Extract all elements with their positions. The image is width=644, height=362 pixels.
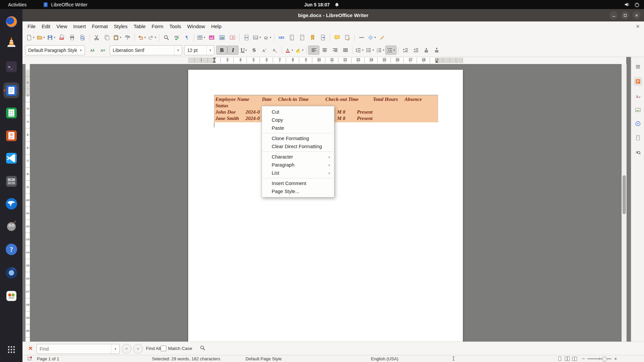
clone-formatting-button[interactable] xyxy=(122,33,133,42)
paragraph-space-decrease-button[interactable] xyxy=(431,46,442,55)
match-case-label[interactable]: Match Case xyxy=(168,346,192,351)
text-cursor-icon[interactable] xyxy=(451,356,456,362)
find-all-button[interactable]: Find All xyxy=(146,346,161,351)
vlc-icon[interactable] xyxy=(3,34,19,50)
properties-button[interactable] xyxy=(634,77,642,86)
menu-insert[interactable]: Insert xyxy=(70,22,89,30)
context-menu-item-character[interactable]: Character xyxy=(262,153,334,161)
title-bar[interactable]: bige.docx - LibreOffice Writer xyxy=(22,9,644,21)
underline-button[interactable]: U xyxy=(238,46,249,55)
insert-field-button[interactable]: F(x) xyxy=(252,33,262,42)
close-find-bar-button[interactable]: × xyxy=(29,345,33,352)
menu-edit[interactable]: Edit xyxy=(39,22,53,30)
minimize-button[interactable] xyxy=(609,11,618,19)
font-name-combobox[interactable]: Liberation Serif xyxy=(110,45,182,55)
formatting-marks-button[interactable]: ¶ xyxy=(182,33,192,42)
insert-hyperlink-button[interactable] xyxy=(276,33,286,42)
ordered-list-button[interactable]: 123 xyxy=(375,46,385,55)
open-button[interactable] xyxy=(36,33,46,42)
find-next-button[interactable] xyxy=(133,344,143,354)
word-count-status[interactable]: Selected: 29 words, 182 characters xyxy=(152,356,220,361)
libreoffice-impress-icon[interactable] xyxy=(3,128,19,143)
italic-button[interactable]: I xyxy=(227,46,238,55)
context-menu-item-clear-direct-formatting[interactable]: Clear Direct Formatting xyxy=(262,142,334,150)
match-case-checkbox[interactable] xyxy=(161,346,166,351)
style-inspector-button[interactable]: A xyxy=(634,148,642,157)
menu-file[interactable]: File xyxy=(24,22,39,30)
show-apps-icon[interactable] xyxy=(3,342,19,357)
print-preview-button[interactable] xyxy=(77,33,88,42)
menu-format[interactable]: Format xyxy=(89,22,111,30)
vertical-ruler[interactable]: 1234567891011121314151617181920 xyxy=(25,64,30,342)
insert-image-button[interactable] xyxy=(206,33,217,42)
software-store-icon[interactable] xyxy=(3,288,19,304)
menu-tools[interactable]: Tools xyxy=(166,22,184,30)
system-tray[interactable] xyxy=(624,2,640,8)
superscript-button[interactable]: Ab xyxy=(259,46,270,55)
insert-endnote-button[interactable]: i xyxy=(297,33,307,42)
search-input[interactable] xyxy=(37,344,111,354)
find-and-replace-button[interactable] xyxy=(200,345,206,352)
insert-footnote-button[interactable]: 1 xyxy=(286,33,297,42)
sidebar-settings-button[interactable] xyxy=(634,62,642,71)
insert-bookmark-button[interactable] xyxy=(307,33,318,42)
new-style-button[interactable]: A xyxy=(97,46,108,55)
outline-list-button[interactable] xyxy=(385,46,396,55)
menu-styles[interactable]: Styles xyxy=(111,22,130,30)
insert-textbox-button[interactable]: A xyxy=(227,33,237,42)
context-menu-item-clone-formatting[interactable]: Clone Formatting xyxy=(262,134,334,142)
horizontal-line-button[interactable] xyxy=(356,33,367,42)
cut-button[interactable] xyxy=(91,33,102,42)
strikethrough-button[interactable]: S xyxy=(249,46,259,55)
single-page-view-icon[interactable] xyxy=(557,356,562,362)
paragraph-style-combobox[interactable]: Default Paragraph Style xyxy=(25,45,85,55)
close-document-button[interactable] xyxy=(635,23,641,29)
highlight-color-button[interactable] xyxy=(294,46,305,55)
zoom-out-icon[interactable]: − xyxy=(582,356,585,361)
context-menu-item-insert-comment[interactable]: Insert Comment xyxy=(262,179,334,187)
new-document-button[interactable] xyxy=(25,33,36,42)
align-justify-button[interactable] xyxy=(340,46,351,55)
book-view-icon[interactable] xyxy=(572,356,577,362)
font-size-combobox[interactable]: 12 pt xyxy=(184,45,214,55)
help-icon[interactable]: ? xyxy=(3,241,19,257)
show-draw-functions-button[interactable] xyxy=(377,33,387,42)
line-spacing-button[interactable] xyxy=(354,46,365,55)
files-icon[interactable] xyxy=(3,173,19,189)
language-status[interactable]: English (USA) xyxy=(371,356,398,361)
copy-button[interactable] xyxy=(102,33,112,42)
increase-indent-button[interactable] xyxy=(400,46,411,55)
menu-form[interactable]: Form xyxy=(149,22,166,30)
insert-chart-button[interactable] xyxy=(217,33,227,42)
align-left-button[interactable] xyxy=(308,46,319,55)
firefox-icon[interactable] xyxy=(3,14,19,29)
chevron-down-icon[interactable] xyxy=(77,46,85,55)
update-style-button[interactable]: A xyxy=(87,46,97,55)
page-button[interactable] xyxy=(634,133,642,142)
zoom-in-icon[interactable]: + xyxy=(614,356,617,361)
context-menu-item-copy[interactable]: Copy xyxy=(262,116,334,124)
multi-page-view-icon[interactable] xyxy=(565,356,570,362)
thunderbird-icon[interactable] xyxy=(3,196,19,212)
styles-button[interactable]: A xyxy=(634,92,642,101)
context-menu-item-paragraph[interactable]: Paragraph xyxy=(262,161,334,169)
focused-app-indicator[interactable]: LibreOffice Writer xyxy=(43,2,87,8)
align-center-button[interactable] xyxy=(319,46,330,55)
gimp-icon[interactable] xyxy=(3,218,19,234)
gallery-button[interactable] xyxy=(634,106,642,114)
context-menu-item-paste[interactable]: Paste xyxy=(262,124,334,132)
indent-marker[interactable] xyxy=(435,60,438,63)
save-button[interactable] xyxy=(46,33,56,42)
context-menu-item-page-style[interactable]: Page Style... xyxy=(262,187,334,195)
decrease-indent-button[interactable] xyxy=(411,46,421,55)
zoom-slider[interactable] xyxy=(587,358,611,359)
bold-button[interactable]: B xyxy=(216,46,227,55)
track-changes-button[interactable] xyxy=(342,33,353,42)
page-style-status[interactable]: Default Page Style xyxy=(246,356,282,361)
first-line-indent-marker[interactable] xyxy=(213,58,216,60)
indent-marker[interactable] xyxy=(213,60,216,63)
find-replace-button[interactable] xyxy=(161,33,171,42)
menu-window[interactable]: Window xyxy=(184,22,208,30)
libreoffice-calc-icon[interactable] xyxy=(3,105,19,121)
paragraph-space-increase-button[interactable] xyxy=(421,46,431,55)
